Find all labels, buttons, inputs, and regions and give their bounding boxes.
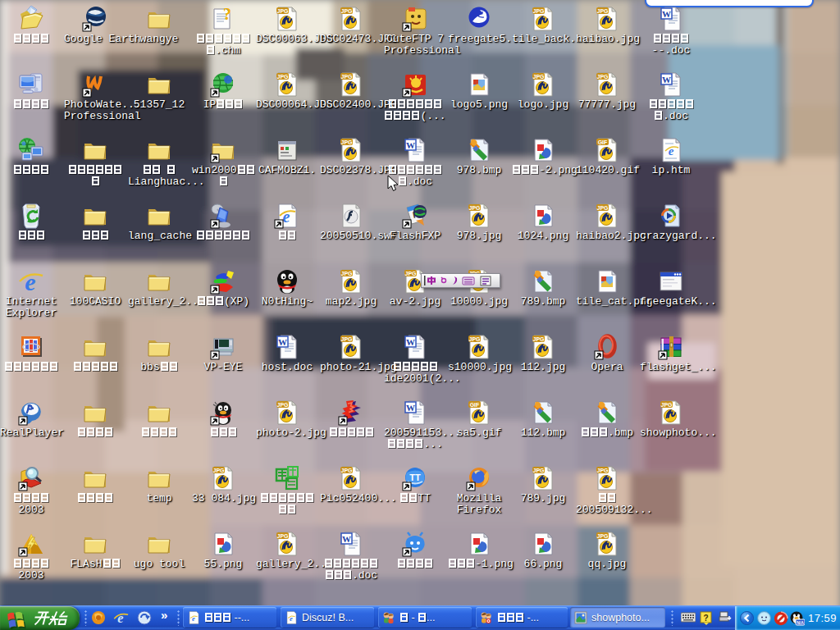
svg-text:JPG: JPG (404, 271, 417, 276)
svg-text:e: e (117, 611, 123, 626)
svg-text:W: W (662, 75, 671, 84)
svg-text:W: W (406, 140, 415, 150)
svg-text:?: ? (223, 6, 231, 23)
svg-text:GIF: GIF (470, 402, 480, 408)
svg-text:JPG: JPG (340, 271, 353, 276)
svg-text:JPG: JPG (212, 468, 225, 473)
svg-text:TT: TT (409, 472, 421, 482)
svg-text:JPG: JPG (340, 468, 353, 473)
svg-text:JPG: JPG (532, 468, 545, 473)
svg-text:JPG: JPG (532, 336, 545, 342)
svg-text:JPG: JPG (468, 205, 481, 211)
svg-text:JPG: JPG (276, 402, 289, 408)
svg-text:JPG: JPG (596, 205, 609, 211)
svg-text:N/A: N/A (797, 620, 804, 625)
svg-text:W: W (662, 9, 671, 19)
svg-text:JPG: JPG (532, 8, 545, 14)
svg-text:JPG: JPG (660, 402, 673, 408)
svg-text:e: e (25, 268, 35, 294)
svg-text:JPG: JPG (276, 8, 289, 14)
svg-text:GIF: GIF (598, 139, 608, 145)
svg-text:W: W (342, 534, 351, 544)
svg-text:JPG: JPG (276, 74, 289, 80)
svg-text:W: W (406, 403, 415, 413)
svg-text:JPG: JPG (276, 533, 289, 539)
svg-text:W: W (278, 337, 287, 347)
svg-text:JPG: JPG (596, 74, 609, 80)
svg-text:JPG: JPG (340, 8, 353, 14)
svg-text:JPG: JPG (532, 74, 545, 80)
svg-text:JPG: JPG (340, 74, 353, 80)
svg-text:JPG: JPG (468, 336, 481, 342)
svg-text:JPG: JPG (340, 139, 353, 145)
svg-text:JPG: JPG (596, 533, 609, 539)
svg-text:?: ? (703, 614, 708, 623)
svg-text:JPG: JPG (340, 336, 353, 342)
svg-text:JPG: JPG (596, 468, 609, 473)
svg-text:W: W (406, 337, 415, 347)
svg-text:JPG: JPG (596, 8, 609, 14)
